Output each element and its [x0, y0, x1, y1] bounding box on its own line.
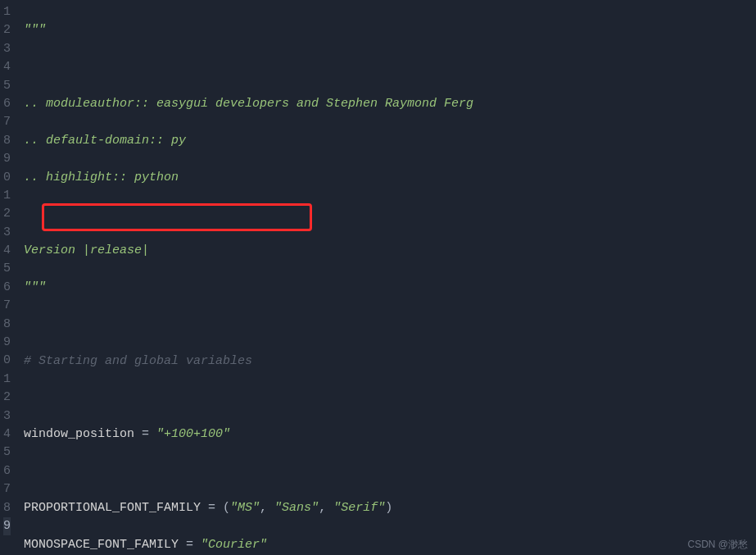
line-number: 7: [3, 113, 11, 131]
line-number: 6: [3, 279, 11, 297]
code-line[interactable]: """: [24, 279, 756, 297]
line-number: 2: [3, 389, 11, 407]
code-line[interactable]: window_position = "+100+100": [24, 425, 756, 444]
line-number: 3: [3, 40, 11, 58]
line-number: 0: [3, 352, 11, 370]
line-number: 8: [3, 316, 11, 334]
line-number: 4: [3, 58, 11, 76]
line-number: 4: [3, 242, 11, 260]
code-line[interactable]: """: [24, 21, 756, 39]
line-number: 5: [3, 444, 11, 462]
code-line[interactable]: [24, 389, 756, 407]
code-line[interactable]: PROPORTIONAL_FONT_FAMILY = ("MS", "Sans"…: [24, 499, 756, 517]
code-line[interactable]: Version |release|: [24, 242, 756, 260]
line-number: 6: [3, 462, 11, 480]
line-number: 5: [3, 77, 11, 95]
line-number: 8: [3, 132, 11, 150]
code-line[interactable]: MONOSPACE_FONT_FAMILY = "Courier": [24, 536, 756, 554]
line-number: 3: [3, 224, 11, 242]
line-number: 4: [3, 425, 11, 444]
code-line[interactable]: [24, 205, 756, 223]
line-number: 0: [3, 169, 11, 187]
line-number: 7: [3, 297, 11, 315]
code-area[interactable]: """ .. moduleauthor:: easygui developers…: [17, 0, 756, 555]
line-number-gutter: 1 2 3 4 5 6 7 8 9 0 1 2 3 4 5 6 7 8 9 0 …: [0, 0, 17, 555]
code-line[interactable]: .. highlight:: python: [24, 169, 756, 187]
code-line[interactable]: [24, 462, 756, 480]
code-line[interactable]: [24, 316, 756, 334]
line-number: 5: [3, 260, 11, 278]
line-number: 9: [3, 334, 11, 352]
line-number: 1: [3, 187, 11, 205]
code-editor[interactable]: 1 2 3 4 5 6 7 8 9 0 1 2 3 4 5 6 7 8 9 0 …: [0, 0, 756, 555]
line-number: 7: [3, 480, 11, 498]
line-number: 6: [3, 95, 11, 113]
line-number: 3: [3, 407, 11, 425]
watermark-text: CSDN @渺愁: [687, 538, 748, 552]
line-number: 2: [3, 205, 11, 223]
line-number-active: 9: [3, 517, 11, 535]
code-line[interactable]: [24, 58, 756, 76]
line-number: 2: [3, 21, 11, 39]
line-number: 8: [3, 499, 11, 517]
line-number: 1: [3, 3, 11, 21]
code-line[interactable]: .. moduleauthor:: easygui developers and…: [24, 95, 756, 113]
line-number: 1: [3, 371, 11, 389]
code-line[interactable]: .. default-domain:: py: [24, 132, 756, 150]
line-number: 9: [3, 150, 11, 168]
code-line[interactable]: # Starting and global variables: [24, 353, 756, 371]
